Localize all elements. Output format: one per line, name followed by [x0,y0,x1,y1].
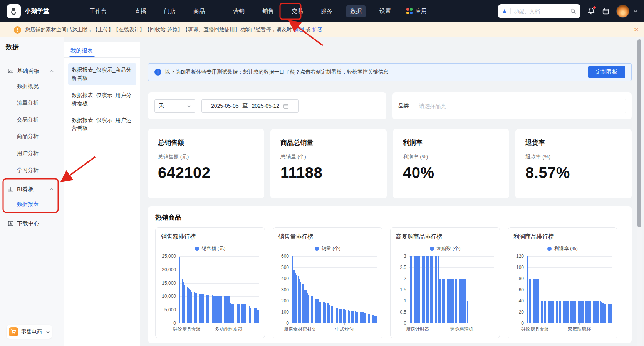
tab-divider [64,57,140,58]
notifications-bell-icon[interactable] [587,7,595,15]
bar [562,301,563,323]
bar [451,279,452,323]
legend-label: 利润率 (%) [554,245,577,252]
tab-my-reports[interactable]: 我的报表 [70,45,93,56]
customize-dashboard-button[interactable]: 定制看板 [588,66,625,78]
calendar-icon[interactable] [602,8,609,15]
y-tick-label: 120 [516,254,524,259]
report-list-item[interactable]: 数据报表_仅演示_商品分析看板 [68,63,136,85]
nav-item-数据[interactable]: 数据 [346,5,366,17]
bar [244,304,245,323]
avatar[interactable] [616,5,629,18]
sidebar-item-用户分析[interactable]: 用户分析 [0,145,64,161]
chevron-up-icon[interactable] [49,187,54,191]
bar [571,301,572,323]
report-list-item[interactable]: 数据报表_仅演示_用户运营看板 [68,113,136,135]
sidebar-group-BI看板[interactable]: BI看板 [0,181,64,197]
nav-item-设置[interactable]: 设置 [376,5,395,17]
y-tick-label: 0 [521,321,524,326]
bar [367,314,367,323]
sidebar-item-label: 流量分析 [17,99,39,106]
chart-x-axis: 厨房计时器迷你料理机 [409,323,494,333]
search-input[interactable] [514,8,567,14]
sidebar-item-数据概况[interactable]: 数据概况 [0,78,64,94]
y-tick-label: 100 [281,309,289,315]
nav-item-直播[interactable]: 直播 [131,5,150,17]
nav-item-商品[interactable]: 商品 [190,5,209,17]
bar [189,289,190,323]
bar [243,304,244,323]
bar [182,279,183,323]
page: 小鹅学堂 工作台直播门店商品营销销售交易服务数据设置应用 [0,0,644,346]
category-input[interactable] [414,99,626,113]
bar [440,279,441,323]
bar [376,316,377,323]
scrollbar-thumb[interactable] [637,39,641,227]
sidebar-item-数据报表[interactable]: 数据报表 [0,196,64,212]
clean-link[interactable]: 清理 [293,26,304,33]
bar [238,304,239,323]
sidebar-item-label: 数据概况 [17,83,39,90]
x-tick-label: 双层玻璃杯 [568,326,591,333]
chevron-up-icon[interactable] [49,69,54,73]
bar [191,292,192,323]
bar [349,311,350,323]
nav-item-工作台[interactable]: 工作台 [86,5,111,17]
date-range-picker[interactable]: 2025-05-05 至 2025-05-12 [201,99,299,113]
workspace-switcher[interactable]: 零售电商 [7,325,52,339]
bar [228,296,229,323]
nav-item-营销[interactable]: 营销 [229,5,248,17]
report-list-item[interactable]: 数据报表_仅演示_用户分析看板 [68,88,136,111]
kpi-card-利润率: 利润率利润率 (%)40% [393,129,509,198]
sidebar-item-商品分析[interactable]: 商品分析 [0,128,64,144]
kpi-value: 8.57% [525,164,622,181]
y-tick-label: 40 [519,298,524,304]
bar [184,285,185,323]
bar [577,301,578,323]
bar [537,279,538,323]
kpi-value: 11188 [280,164,377,181]
bars-container [527,256,612,323]
hot-products-title: 热销商品 [155,213,624,222]
bar [418,256,419,323]
bar [207,295,208,323]
bar [337,308,338,323]
nav-item-服务[interactable]: 服务 [317,5,336,17]
nav-item-门店[interactable]: 门店 [160,5,179,17]
apps-menu-item[interactable]: 应用 [406,8,427,15]
sidebar-item-download-center[interactable]: 下载中心 [0,215,64,232]
sidebar-item-流量分析[interactable]: 流量分析 [0,95,64,111]
bar [311,296,312,323]
sidebar-item-交易分析[interactable]: 交易分析 [0,112,64,128]
chart-y-axis: 120100806040200 [513,256,527,323]
bar [205,295,205,323]
logo-goose-icon[interactable] [7,4,21,18]
bar [365,313,366,323]
bar [332,306,333,323]
bar [428,256,429,323]
bar [196,293,197,323]
bar [461,279,462,323]
sidebar-item-学习分析[interactable]: 学习分析 [0,162,64,178]
bar [308,295,309,323]
bar [360,312,361,323]
sidebar-divider-bottom [6,318,58,318]
close-icon[interactable]: ✕ [634,22,639,37]
nav-item-交易[interactable]: 交易 [288,5,307,17]
y-tick-label: 25,000 [162,254,176,259]
global-search[interactable] [498,4,580,18]
bar [195,293,196,323]
bar [572,301,574,323]
cart-icon [9,327,18,336]
bar [411,256,412,323]
bar [351,311,351,323]
search-icon[interactable] [570,8,577,15]
period-select[interactable]: 天 [154,99,195,113]
apps-grid-icon [406,8,413,14]
chevron-down-icon[interactable] [633,9,638,13]
expand-link[interactable]: 扩容 [312,26,323,33]
sidebar-group-基础看板[interactable]: 基础看板 [0,63,64,79]
nav-item-销售[interactable]: 销售 [258,5,278,17]
bar [560,301,561,323]
bar [419,256,420,323]
